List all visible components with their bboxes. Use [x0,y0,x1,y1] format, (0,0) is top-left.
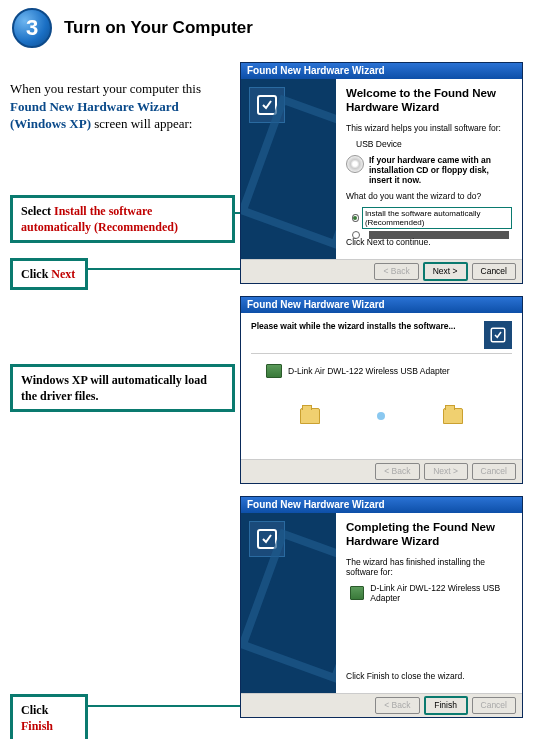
radio-option-auto[interactable]: Install the software automatically (Reco… [352,207,512,229]
wizard-note: Click Finish to close the wizard. [346,671,465,681]
wizard-footer: < Back Next > Cancel [241,259,522,283]
wizard-sidebar [241,79,336,259]
wizard-dialog-installing: Found New Hardware Wizard Please wait wh… [240,296,523,484]
finish-button[interactable]: Finish [424,696,468,715]
wizard-heading: Welcome to the Found New Hardware Wizard [346,87,512,115]
wizard-titlebar: Found New Hardware Wizard [241,497,522,513]
back-button: < Back [375,463,419,480]
folder-icon [443,408,463,424]
callout-prefix: Click [21,703,48,717]
intro-line1: When you restart your computer this [10,81,201,96]
back-button: < Back [375,697,419,714]
device-name: D-Link Air DWL-122 Wireless USB Adapter [288,366,450,376]
intro-text: When you restart your computer this Foun… [0,80,210,133]
device-row: D-Link Air DWL-122 Wireless USB Adapter [350,583,512,603]
folder-icon [300,408,320,424]
callout-click-finish: Click Finish [10,694,88,739]
wizard-device: USB Device [356,139,512,149]
callout-prefix: Select [21,204,54,218]
wizard-content: Completing the Found New Hardware Wizard… [336,513,522,693]
callout-red-text: Next [51,267,75,281]
hardware-icon [249,87,285,123]
cancel-button: Cancel [472,463,516,480]
cd-hint-text: If your hardware came with an installati… [369,155,512,185]
wizard-note: Click Next to continue. [346,237,431,247]
cd-icon [346,155,364,173]
wizard-p1: The wizard has finished installing the s… [346,557,512,577]
step-number-badge: 3 [12,8,52,48]
callout-select-option: Select Install the software automaticall… [10,195,235,243]
wizard-subhead-text: Please wait while the wizard installs th… [251,321,456,331]
next-button[interactable]: Next > [423,262,468,281]
wizard-sidebar [241,513,336,693]
radio-dot-icon [352,214,359,222]
copy-animation [251,408,512,424]
back-button: < Back [374,263,418,280]
device-icon [266,364,282,378]
callout-text: Windows XP will automatically load the d… [21,373,207,403]
device-icon [350,586,364,600]
wizard-question: What do you want the wizard to do? [346,191,512,201]
wizard-subhead: Please wait while the wizard installs th… [251,321,512,354]
callout-loading: Windows XP will automatically load the d… [10,364,235,412]
step-title: Turn on Your Computer [64,18,253,38]
hardware-icon [249,521,285,557]
callout-red-text: Finish [21,719,53,733]
wizard-content: Welcome to the Found New Hardware Wizard… [336,79,522,259]
wizard-content: Please wait while the wizard installs th… [241,313,522,459]
wizard-dialog-welcome: Found New Hardware Wizard Welcome to the… [240,62,523,284]
device-row: D-Link Air DWL-122 Wireless USB Adapter [266,364,512,378]
wizard-dialog-complete: Found New Hardware Wizard Completing the… [240,496,523,718]
wizard-footer: < Back Next > Cancel [241,459,522,483]
device-name: D-Link Air DWL-122 Wireless USB Adapter [370,583,512,603]
cancel-button[interactable]: Cancel [472,263,516,280]
step-header: 3 Turn on Your Computer [0,0,534,66]
callout-prefix: Click [21,267,51,281]
wizard-p1: This wizard helps you install software f… [346,123,512,133]
hardware-icon [484,321,512,349]
intro-line2: screen will appear: [91,116,192,131]
copy-dot-icon [377,412,385,420]
wizard-footer: < Back Finish Cancel [241,693,522,717]
cd-hint-row: If your hardware came with an installati… [346,155,512,185]
radio-label: Install the software automatically (Reco… [362,207,512,229]
wizard-heading: Completing the Found New Hardware Wizard [346,521,512,549]
callout-click-next: Click Next [10,258,88,290]
wizard-titlebar: Found New Hardware Wizard [241,63,522,79]
wizard-titlebar: Found New Hardware Wizard [241,297,522,313]
cancel-button: Cancel [472,697,516,714]
next-button: Next > [424,463,468,480]
